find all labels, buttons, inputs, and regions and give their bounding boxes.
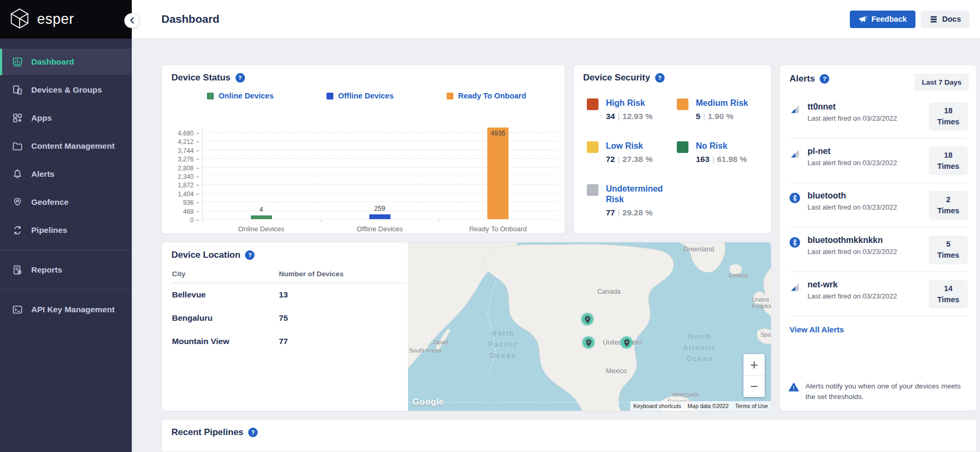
help-icon[interactable]: ? [248,428,258,437]
sidebar-item-label: Alerts [31,169,55,179]
map-device-marker[interactable] [582,313,593,325]
sidebar-item-dashboard[interactable]: Dashboard [0,49,132,75]
column-header-devices: Number of Devices [279,270,343,278]
help-icon[interactable]: ? [655,73,665,83]
gridline [202,219,557,220]
map-data-attribution: Map data ©2022 [684,401,732,411]
alert-times-badge: 5Times [929,236,968,264]
device-status-title: Device Status [171,73,231,83]
zoom-out-button[interactable]: − [743,376,765,397]
sidebar: esper Dashboard Devices & Groups Apps Co… [0,0,132,452]
alerts-range-button[interactable]: Last 7 Days [914,74,969,91]
alert-description: Last alert fired on 03/23/2022 [807,159,897,167]
security-item-low-risk[interactable]: Low Risk 72|27.38 % [587,141,677,164]
security-item-high-risk[interactable]: High Risk 34|12.93 % [587,98,677,121]
alerts-title: Alerts [790,74,815,84]
map-device-marker[interactable] [583,337,594,348]
device-status-plot: 42594935 [202,123,557,220]
x-axis-tick [321,220,321,222]
risk-values: 77|29.28 % [606,208,677,218]
map-label: South Korea [409,347,441,354]
google-logo[interactable]: Google [412,397,444,408]
legend-item[interactable]: Online Devices [207,92,274,100]
map-label: Japan [432,339,448,345]
sidebar-item-label: Reports [31,265,62,275]
megaphone-icon [858,15,867,24]
sidebar-item-label: Devices & Groups [31,85,102,95]
geofence-pin-icon [12,196,23,208]
help-icon[interactable]: ? [235,73,245,83]
map-pin-icon [623,339,630,348]
risk-label[interactable]: Low Risk [606,141,643,150]
table-row: Bellevue 13 [172,283,405,306]
risk-label[interactable]: Medium Risk [696,98,748,107]
map-landmass [408,242,771,411]
alert-times-badge: 2Times [929,191,968,220]
bluetooth-icon [790,193,800,205]
help-icon[interactable]: ? [245,250,255,260]
alert-row[interactable]: bluetoothmkknkknLast alert fired on 03/2… [790,228,968,272]
alert-row[interactable]: pl-netLast alert fired on 03/23/2022 18T… [790,139,968,183]
sidebar-item-content-management[interactable]: Content Management [0,133,132,159]
map-label: Iceland [729,272,747,278]
sidebar-item-label: Geofence [31,197,69,207]
feedback-button[interactable]: Feedback [850,11,915,28]
legend-item[interactable]: Offline Devices [326,92,394,100]
view-all-alerts-link[interactable]: View All Alerts [790,325,844,334]
alerts-card: Alerts ? Last 7 Days tt0nnetLast alert f… [779,65,977,411]
y-axis-tick: 4,680 [178,130,199,137]
alert-row[interactable]: bluetoothLast alert fired on 03/23/2022 … [790,183,968,228]
alert-name: tt0nnet [807,102,897,112]
risk-label[interactable]: Undetermined Risk [606,184,663,203]
device-security-grid: High Risk 34|12.93 % Medium Risk 5|1.90 … [574,83,771,218]
recent-pipelines-card: Recent Pipelines ? [161,419,977,452]
map-label: Spain [760,331,771,338]
alert-row[interactable]: tt0nnetLast alert fired on 03/23/2022 18… [790,94,968,139]
docs-button[interactable]: Docs [921,11,969,28]
risk-label[interactable]: No Risk [696,141,728,150]
esper-logo: esper [0,0,132,39]
sidebar-item-api-key-management[interactable]: API Key Management [0,296,132,323]
sidebar-item-alerts[interactable]: Alerts [0,161,132,187]
table-rows: Bellevue 13 Bengaluru 75 Mountain View 7… [172,283,405,353]
y-axis-tick: 0 [190,216,199,224]
security-item-medium-risk[interactable]: Medium Risk 5|1.90 % [677,98,771,121]
x-axis-category-label: Offline Devices [338,225,422,233]
alert-row[interactable]: net-wrkLast alert fired on 03/23/2022 14… [790,272,968,317]
y-axis-tick: 2,808 [178,165,199,172]
zoom-in-button[interactable]: + [743,354,765,375]
bar-ready-to-onboard [487,128,509,219]
security-item-no-risk[interactable]: No Risk 163|61.98 % [677,141,771,164]
sidebar-collapse-button[interactable] [124,13,139,28]
sidebar-item-label: Apps [31,113,52,123]
legend-label: Offline Devices [338,92,394,100]
risk-swatch [677,141,688,153]
risk-label[interactable]: High Risk [606,98,645,107]
map-zoom-controls: + − [743,354,765,397]
device-status-chart: 04689361,4041,8722,3402,8083,2763,7444,2… [169,123,559,238]
report-document-icon [12,264,23,276]
device-security-title: Device Security [583,73,650,83]
terms-of-use-link[interactable]: Terms of Use [732,401,771,411]
x-axis-tick [439,220,439,222]
map-device-marker[interactable] [621,337,632,348]
keyboard-shortcuts-link[interactable]: Keyboard shortcuts [630,401,684,411]
help-icon[interactable]: ? [820,74,829,84]
x-axis-category-label: Online Devices [219,225,304,233]
world-map[interactable]: Greenland Iceland Canada United States M… [408,242,771,411]
security-item-undetermined-risk[interactable]: Undetermined Risk 77|29.28 % [587,184,677,217]
sidebar-item-apps[interactable]: Apps [0,105,132,131]
legend-item[interactable]: Ready To Onboard [447,92,527,100]
sidebar-item-pipelines[interactable]: Pipelines [0,217,132,243]
sidebar-item-devices-groups[interactable]: Devices & Groups [0,77,132,103]
risk-swatch [587,98,598,110]
device-status-yaxis: 04689361,4041,8722,3402,8083,2763,7444,2… [169,123,199,220]
legend-swatch [326,93,333,100]
sidebar-item-geofence[interactable]: Geofence [0,189,132,215]
sidebar-item-reports[interactable]: Reports [0,257,132,283]
device-status-card: Device Status ? Online Devices Offline D… [161,65,565,234]
top-header: Dashboard Feedback Docs [132,0,980,39]
map-label: Canada [597,288,621,295]
risk-swatch [587,141,598,153]
risk-swatch [677,98,688,110]
